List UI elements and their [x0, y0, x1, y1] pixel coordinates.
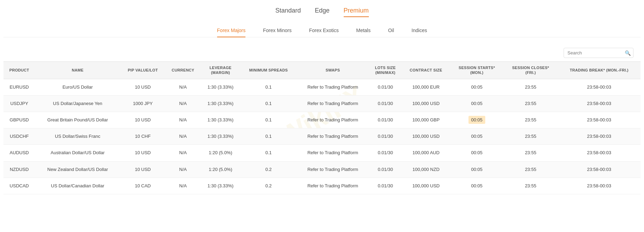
search-wrapper: 🔍	[564, 48, 634, 58]
cell-lots-size: 0.01/30	[369, 161, 402, 178]
col-swaps: SWAPS	[296, 62, 369, 79]
cell-session-starts: 00:05	[450, 79, 504, 95]
cell-currency: N/A	[165, 95, 201, 112]
table-row: USDJPYUS Dollar/Japanese Yen1000 JPYN/A1…	[3, 95, 641, 112]
cell-trading-break: 23:58-00:03	[558, 178, 641, 194]
cell-name: US Dollar/Swiss Franc	[35, 128, 120, 145]
cell-contract-size: 100,000 USD	[402, 128, 450, 145]
cell-name: New Zealand Dollar/US Dollar	[35, 161, 120, 178]
col-lots-size: LOTS SIZE(MIN/MAX)	[369, 62, 402, 79]
table-row: GBPUSDGreat Britain Pound/US Dollar10 US…	[3, 112, 641, 128]
cell-trading-break: 23:58-00:03	[558, 145, 641, 161]
cell-currency: N/A	[165, 79, 201, 95]
cell-contract-size: 100,000 AUD	[402, 145, 450, 161]
cell-name: Australian Dollar/US Dollar	[35, 145, 120, 161]
cell-product: NZDUSD	[3, 161, 35, 178]
tab-premium[interactable]: Premium	[344, 7, 369, 17]
cell-min-spreads: 0.1	[241, 145, 297, 161]
cell-leverage: 1:30 (3.33%)	[201, 79, 241, 95]
table-row: AUDUSDAustralian Dollar/US Dollar10 USDN…	[3, 145, 641, 161]
table-header-row: PRODUCT NAME PIP VALUE/LOT CURRENCY LEVE…	[3, 62, 641, 79]
cell-leverage: 1:30 (3.33%)	[201, 112, 241, 128]
cell-contract-size: 100,000 EUR	[402, 79, 450, 95]
cell-pip-value: 1000 JPY	[120, 95, 165, 112]
cell-session-closes: 23:55	[503, 79, 558, 95]
search-bar: 🔍	[3, 44, 641, 61]
table-body: EURUSDEuro/US Dollar10 USDN/A1:30 (3.33%…	[3, 79, 641, 194]
cell-trading-break: 23:58-00:03	[558, 95, 641, 112]
cell-session-closes: 23:55	[503, 95, 558, 112]
tab-indices[interactable]: Indices	[412, 28, 427, 37]
cell-lots-size: 0.01/30	[369, 95, 402, 112]
tab-forex-majors[interactable]: Forex Majors	[217, 28, 246, 37]
cell-name: US Dollar/Canadian Dollar	[35, 178, 120, 194]
cell-session-starts: 00:05	[450, 145, 504, 161]
tab-edge[interactable]: Edge	[315, 7, 330, 17]
cell-product: USDJPY	[3, 95, 35, 112]
col-contract-size: CONTRACT SIZE	[402, 62, 450, 79]
tab-standard[interactable]: Standard	[275, 7, 301, 17]
cell-currency: N/A	[165, 161, 201, 178]
cell-lots-size: 0.01/30	[369, 128, 402, 145]
main-container: Standard Edge Premium Forex Majors Forex…	[0, 0, 644, 198]
cell-swaps: Refer to Trading Platform	[296, 95, 369, 112]
cell-trading-break: 23:58-00:03	[558, 128, 641, 145]
cell-leverage: 1:30 (3.33%)	[201, 128, 241, 145]
cell-pip-value: 10 CHF	[120, 128, 165, 145]
tab-oil[interactable]: Oil	[388, 28, 394, 37]
tab-metals[interactable]: Metals	[356, 28, 371, 37]
cell-session-starts: 00:05	[450, 128, 504, 145]
cell-session-closes: 23:55	[503, 161, 558, 178]
cell-pip-value: 10 USD	[120, 79, 165, 95]
cell-product: AUDUSD	[3, 145, 35, 161]
cell-pip-value: 10 CAD	[120, 178, 165, 194]
col-product: PRODUCT	[3, 62, 35, 79]
cell-leverage: 1:20 (5.0%)	[201, 161, 241, 178]
cell-session-starts: 00:05	[450, 161, 504, 178]
tab-forex-minors[interactable]: Forex Minors	[263, 28, 292, 37]
cell-min-spreads: 0.1	[241, 95, 297, 112]
cell-min-spreads: 0.2	[241, 178, 297, 194]
search-icon: 🔍	[625, 50, 631, 56]
col-session-starts: SESSION STARTS*(MON.)	[450, 62, 504, 79]
cell-product: GBPUSD	[3, 112, 35, 128]
cell-session-starts: 00:05	[450, 95, 504, 112]
cell-swaps: Refer to Trading Platform	[296, 79, 369, 95]
cell-currency: N/A	[165, 128, 201, 145]
cell-swaps: Refer to Trading Platform	[296, 161, 369, 178]
cell-min-spreads: 0.1	[241, 79, 297, 95]
cell-pip-value: 10 USD	[120, 145, 165, 161]
cell-contract-size: 100,000 USD	[402, 178, 450, 194]
cell-contract-size: 100,000 USD	[402, 95, 450, 112]
cell-product: EURUSD	[3, 79, 35, 95]
table-row: USDCADUS Dollar/Canadian Dollar10 CADN/A…	[3, 178, 641, 194]
cell-trading-break: 23:58-00:03	[558, 161, 641, 178]
cell-pip-value: 10 USD	[120, 112, 165, 128]
cell-currency: N/A	[165, 112, 201, 128]
cell-swaps: Refer to Trading Platform	[296, 112, 369, 128]
cell-leverage: 1:20 (5.0%)	[201, 145, 241, 161]
cell-leverage: 1:30 (3.33%)	[201, 95, 241, 112]
search-input[interactable]	[564, 48, 634, 58]
cell-name: US Dollar/Japanese Yen	[35, 95, 120, 112]
cell-product: USDCAD	[3, 178, 35, 194]
cell-name: Great Britain Pound/US Dollar	[35, 112, 120, 128]
cell-name: Euro/US Dollar	[35, 79, 120, 95]
cell-swaps: Refer to Trading Platform	[296, 178, 369, 194]
cell-session-closes: 23:55	[503, 128, 558, 145]
col-session-closes: SESSION CLOSES*(FRI.)	[503, 62, 558, 79]
table-row: NZDUSDNew Zealand Dollar/US Dollar10 USD…	[3, 161, 641, 178]
cell-currency: N/A	[165, 145, 201, 161]
cell-swaps: Refer to Trading Platform	[296, 145, 369, 161]
data-table: PRODUCT NAME PIP VALUE/LOT CURRENCY LEVE…	[3, 61, 641, 194]
cell-lots-size: 0.01/30	[369, 112, 402, 128]
cell-session-starts: 00:05	[450, 178, 504, 194]
table-row: USDCHFUS Dollar/Swiss Franc10 CHFN/A1:30…	[3, 128, 641, 145]
cell-min-spreads: 0.1	[241, 128, 297, 145]
account-tabs: Standard Edge Premium	[3, 7, 641, 17]
cell-contract-size: 100,000 NZD	[402, 161, 450, 178]
col-leverage: LEVERAGE(MARGIN)	[201, 62, 241, 79]
col-trading-break: TRADING BREAK* (MON.-FRI.)	[558, 62, 641, 79]
tab-forex-exotics[interactable]: Forex Exotics	[309, 28, 339, 37]
cell-currency: N/A	[165, 178, 201, 194]
